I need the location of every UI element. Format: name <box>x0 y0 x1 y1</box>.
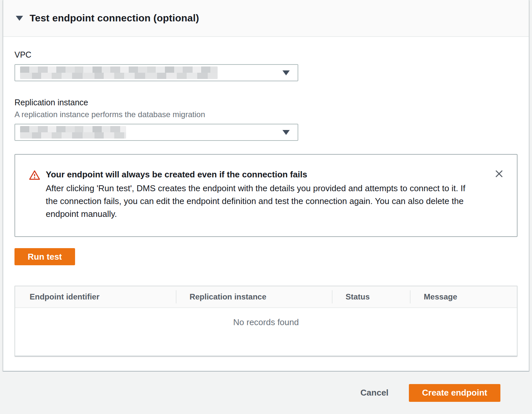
footer-actions: Cancel Create endpoint <box>0 372 532 414</box>
vpc-redacted-value <box>20 66 218 79</box>
column-header-endpoint-identifier: Endpoint identifier <box>15 286 176 307</box>
caret-down-icon <box>282 130 290 135</box>
test-results-table: Endpoint identifier Replication instance… <box>14 286 518 356</box>
section-body: VPC Replication instance A replication i… <box>3 50 529 371</box>
section-header[interactable]: Test endpoint connection (optional) <box>3 0 529 37</box>
column-header-message: Message <box>410 286 517 307</box>
alert-title: Your endpoint will always be created eve… <box>46 169 477 180</box>
alert-content: Your endpoint will always be created eve… <box>46 169 477 220</box>
vpc-field: VPC <box>14 50 518 81</box>
caret-down-icon <box>16 16 23 21</box>
section-title: Test endpoint connection (optional) <box>30 13 199 24</box>
table-empty-state: No records found <box>15 308 517 356</box>
replication-instance-redacted-value <box>20 126 126 139</box>
replication-instance-select[interactable] <box>14 124 298 141</box>
alert-body: After clicking 'Run test', DMS creates t… <box>46 182 477 220</box>
vpc-select[interactable] <box>14 64 298 81</box>
cancel-button[interactable]: Cancel <box>351 384 398 402</box>
column-header-replication-instance: Replication instance <box>176 286 332 307</box>
warning-alert: Your endpoint will always be created eve… <box>14 154 518 237</box>
caret-down-icon <box>282 70 290 75</box>
table-header-row: Endpoint identifier Replication instance… <box>15 286 517 308</box>
replication-instance-description: A replication instance performs the data… <box>14 110 518 119</box>
column-header-status: Status <box>332 286 410 307</box>
page: Test endpoint connection (optional) VPC … <box>0 0 532 414</box>
replication-instance-field: Replication instance A replication insta… <box>14 98 518 141</box>
create-endpoint-button[interactable]: Create endpoint <box>409 384 500 402</box>
vpc-label: VPC <box>14 50 518 60</box>
run-test-button[interactable]: Run test <box>14 248 75 265</box>
warning-triangle-icon <box>29 170 40 220</box>
test-endpoint-connection-section: Test endpoint connection (optional) VPC … <box>3 0 529 372</box>
close-icon[interactable] <box>492 167 506 181</box>
replication-instance-label: Replication instance <box>14 98 518 107</box>
